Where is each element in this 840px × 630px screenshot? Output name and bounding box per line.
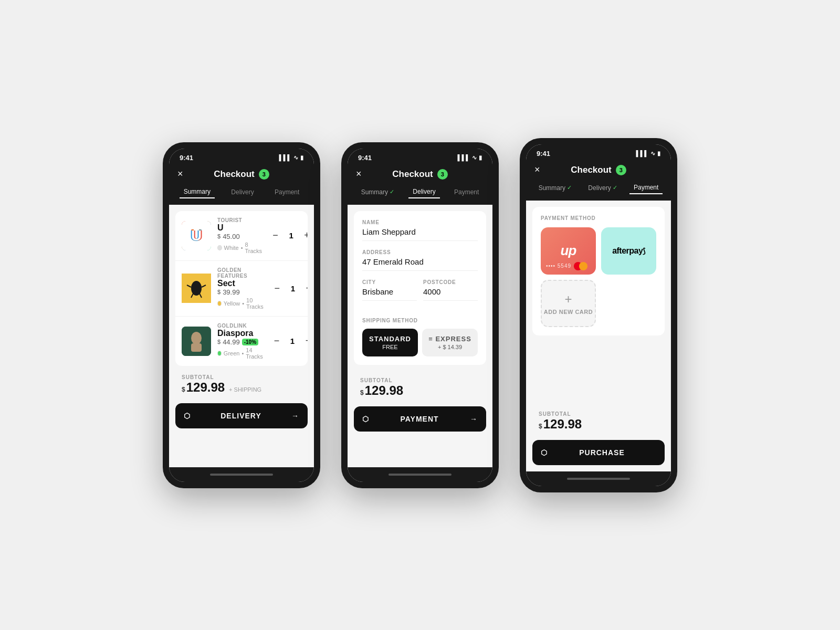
up-card[interactable]: up •••• 5549 [541, 227, 596, 275]
tab-summary-2[interactable]: Summary ✓ [357, 186, 398, 198]
name-input[interactable]: Liam Sheppard [362, 227, 478, 241]
phones-container: 9:41 ▌▌▌ ∿ ▮ × Checkout 3 Summary [163, 138, 677, 492]
signal-icon-2: ▌▌▌ [458, 154, 470, 161]
tab-summary-3[interactable]: Summary ✓ [534, 182, 576, 194]
battery-icon-2: ▮ [479, 154, 482, 161]
item-name-sect: Sect [217, 279, 265, 288]
home-indicator-2 [348, 467, 492, 482]
purchase-icon: ⬡ [541, 448, 548, 457]
item-price-sect: $ 39.99 [217, 288, 265, 296]
status-bar-1: 9:41 ▌▌▌ ∿ ▮ [169, 149, 314, 165]
address-input[interactable]: 47 Emerald Road [362, 257, 478, 271]
payment-icon: ⬡ [362, 415, 369, 423]
tabs-3: Summary ✓ Delivery ✓ Payment [526, 182, 671, 201]
subtotal-area-3: SUBTOTAL $ 129.98 [532, 403, 665, 436]
payment-cards-grid: up •••• 5549 [541, 227, 656, 327]
cart-content: U [169, 205, 314, 467]
svg-text:U: U [190, 226, 202, 245]
item-artist-diaspora: GOLDLINK [217, 323, 264, 329]
thumb-u: U [182, 221, 211, 250]
subtotal-shipping-1: + SHIPPING [229, 386, 261, 393]
city-input[interactable]: Brisbane [362, 287, 417, 301]
item-info-u: TOURIST U $ 45.00 White • 8 Tracks [217, 217, 263, 254]
status-icons-3: ▌▌▌ ∿ ▮ [636, 150, 660, 157]
badge-1: 3 [259, 169, 269, 180]
add-new-card-button[interactable]: + ADD NEW CARD [541, 280, 596, 327]
cart-items-list: U [175, 211, 308, 366]
purchase-button[interactable]: ⬡ PURCHASE [532, 440, 665, 465]
item-meta-diaspora: Green • 14 Tracks [217, 347, 264, 360]
badge-2: 3 [437, 169, 448, 180]
close-button-3[interactable]: × [534, 164, 540, 175]
table-row: GOLDEN FEATURES Sect $ 39.99 Yellow • 10… [175, 261, 308, 317]
item-artist-sect: GOLDEN FEATURES [217, 267, 265, 279]
express-price: + $ 14.39 [427, 344, 472, 350]
subtotal-amount-1: 129.98 [186, 380, 225, 395]
qty-plus-sect[interactable]: + [302, 282, 308, 295]
city-label: CITY [362, 279, 417, 285]
qty-plus-diaspora[interactable]: + [302, 335, 308, 348]
city-field-group: CITY Brisbane [362, 279, 417, 301]
u-album-art: U [182, 221, 211, 250]
tab-summary-1[interactable]: Summary [180, 186, 215, 198]
time-1: 9:41 [180, 154, 193, 162]
home-indicator-3 [526, 471, 671, 486]
signal-icon-3: ▌▌▌ [636, 150, 648, 156]
express-icon: ≡ [428, 335, 433, 343]
item-price-u: $ 45.00 [217, 233, 263, 240]
qty-control-diaspora: − 1 + [270, 335, 308, 348]
payment-method-section: PAYMENT METHOD up •••• 5549 [532, 207, 665, 335]
tab-delivery-1[interactable]: Delivery [227, 186, 258, 198]
payment-spacer [532, 340, 665, 403]
standard-shipping-option[interactable]: STANDARD FREE [362, 329, 418, 356]
tab-payment-3[interactable]: Payment [629, 182, 663, 194]
item-price-diaspora: $ 44.99 -10% [217, 338, 264, 346]
tab-payment-1[interactable]: Payment [270, 186, 303, 198]
add-card-label: ADD NEW CARD [544, 309, 593, 315]
subtotal-area-1: SUBTOTAL $ 129.98 + SHIPPING [175, 366, 308, 399]
qty-num-diaspora: 1 [288, 337, 297, 345]
qty-minus-diaspora[interactable]: − [270, 335, 283, 348]
delivery-form: NAME Liam Sheppard ADDRESS 47 Emerald Ro… [354, 211, 486, 365]
status-bar-2: 9:41 ▌▌▌ ∿ ▮ [348, 149, 492, 165]
signal-icon-1: ▌▌▌ [279, 154, 291, 161]
badge-3: 3 [616, 165, 626, 175]
qty-num-sect: 1 [289, 284, 297, 293]
express-shipping-option[interactable]: ≡ EXPRESS + $ 14.39 [422, 329, 478, 356]
subtotal-area-2: SUBTOTAL $ 129.98 [354, 369, 486, 402]
afterpay-card[interactable]: afterpay⟆ [601, 227, 656, 275]
qty-plus-u[interactable]: + [301, 229, 308, 242]
tabs-2: Summary ✓ Delivery Payment [348, 186, 492, 205]
thumb-sect [182, 274, 211, 303]
tab-delivery-2[interactable]: Delivery [408, 186, 439, 198]
discount-badge: -10% [242, 339, 258, 345]
home-indicator-1 [169, 467, 314, 482]
check-icon-summary-3: ✓ [567, 184, 572, 191]
payment-button[interactable]: ⬡ PAYMENT → [354, 406, 486, 432]
payment-content-area: PAYMENT METHOD up •••• 5549 [526, 201, 671, 471]
svg-point-4 [194, 282, 199, 286]
delivery-button[interactable]: ⬡ DELIVERY → [175, 403, 308, 428]
name-field-group: NAME Liam Sheppard [362, 219, 478, 241]
address-field-group: ADDRESS 47 Emerald Road [362, 249, 478, 271]
standard-price: FREE [368, 344, 413, 350]
shipping-options: STANDARD FREE ≡ EXPRESS + $ 14.39 [362, 329, 478, 356]
tab-delivery-3[interactable]: Delivery ✓ [584, 182, 621, 194]
city-postcode-row: CITY Brisbane POSTCODE 4000 [362, 279, 478, 309]
subtotal-row-3: $ 129.98 [539, 417, 658, 432]
item-meta-u: White • 8 Tracks [217, 242, 263, 254]
postcode-input[interactable]: 4000 [423, 287, 478, 301]
header-title-2: Checkout 3 [392, 169, 447, 180]
qty-control-u: − 1 + [269, 229, 308, 242]
close-button-1[interactable]: × [177, 169, 183, 180]
qty-minus-sect[interactable]: − [271, 282, 284, 295]
afterpay-logo: afterpay⟆ [612, 246, 645, 256]
phone-payment: 9:41 ▌▌▌ ∿ ▮ × Checkout 3 Summary ✓ [520, 138, 677, 492]
color-dot-u [217, 245, 222, 250]
qty-num-u: 1 [287, 231, 296, 240]
tab-payment-2[interactable]: Payment [450, 186, 483, 198]
postcode-label: POSTCODE [423, 279, 478, 285]
qty-minus-u[interactable]: − [269, 229, 282, 242]
status-icons-2: ▌▌▌ ∿ ▮ [458, 154, 482, 161]
close-button-2[interactable]: × [356, 169, 362, 180]
